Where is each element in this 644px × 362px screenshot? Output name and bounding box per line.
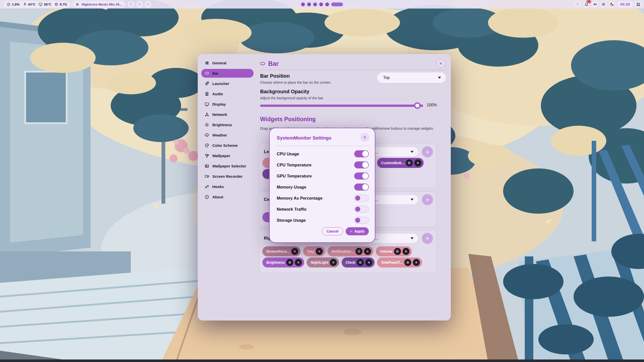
window-close-button[interactable]: × [436,59,445,68]
moon-off-icon [610,2,614,6]
toggle-label: CPU Usage [277,152,299,156]
clock-widget[interactable]: 00:28 [617,1,633,8]
sidebar-item-screen-recorder[interactable]: Screen Recorder [201,172,254,181]
widget-chip-label: Brightness [266,260,285,264]
remove-icon[interactable]: × [413,259,420,266]
workspace-indicator[interactable] [299,1,345,8]
widget-chip[interactable]: ScreenReco...× [262,246,301,256]
remove-icon[interactable]: × [316,248,323,255]
add-widget-button[interactable]: + [422,146,433,157]
quick-button[interactable] [136,1,143,8]
widget-chip[interactable]: CustomButt...⚙× [377,158,424,168]
quick-button[interactable] [128,1,134,8]
bar-position-dropdown[interactable]: Top [377,72,446,83]
toggle-row: Storage Usage [277,215,369,226]
sidebar-item-label: Brightness [212,123,232,127]
add-widget-button[interactable]: + [422,194,433,205]
sidebar-item-general[interactable]: General [201,59,254,67]
gear-icon[interactable]: ⚙ [355,248,363,255]
remove-icon[interactable]: × [403,248,410,255]
remove-icon[interactable]: × [291,248,298,255]
gear-icon[interactable]: ⚙ [286,259,293,266]
stat-item: 1.8% [7,2,20,6]
sidebar-item-label: General [212,61,226,65]
speaker-button[interactable] [592,1,598,8]
workspace-dot[interactable] [301,3,305,6]
sidebar-item-audio[interactable]: Audio [201,89,254,98]
toggle-switch[interactable] [354,206,369,213]
sidebar-item-about[interactable]: About [201,193,254,201]
widget-chip[interactable]: SidePanelT...⚙× [377,257,422,267]
check-icon: ✓ [350,229,353,233]
widget-chip[interactable]: Clock⚙× [342,257,375,267]
slider-knob[interactable] [414,102,421,109]
remove-icon[interactable]: × [365,259,372,266]
workspace-dot[interactable] [313,3,317,6]
skull-icon [129,2,133,6]
sidebar-item-label: Bar [212,71,219,75]
sidebar-item-display[interactable]: Display [201,100,254,109]
widget-chip[interactable]: Tray× [303,246,325,256]
dialog-divider [276,146,369,146]
top-bar-left: 1.8%43°C38°C9.7G Nightcore Music Mix 20.… [4,0,151,9]
widget-chip-label: SidePanelT... [381,260,403,264]
background-opacity-label: Background Opacity [260,89,386,95]
systemmonitor-settings-dialog: SystemMonitor Settings × CPU UsageCPU Te… [269,128,375,243]
sun-button[interactable] [600,1,607,8]
gear-icon[interactable]: ⚙ [394,248,401,255]
toggle-switch[interactable] [354,184,369,191]
workspace-dot[interactable] [307,3,311,6]
sidebar-item-network[interactable]: Network [201,110,254,119]
sidebar-item-brightness[interactable]: Brightness [201,120,254,129]
gauge-icon [7,2,11,6]
widget-chip[interactable]: Notification...⚙× [328,246,373,256]
system-stats-widget[interactable]: 1.8%43°C38°C9.7G [4,1,70,8]
widget-chip[interactable]: Brightness⚙× [262,257,304,267]
dialog-close-button[interactable]: × [360,133,369,142]
sidebar-item-weather[interactable]: Weather [201,131,254,140]
page-title: Bar [268,60,279,67]
toggle-knob [362,162,368,168]
tray-app-button[interactable] [575,1,581,8]
media-widget[interactable]: Nightcore Music Mix 20... [72,1,125,8]
cancel-button[interactable]: Cancel [322,227,343,235]
quick-button[interactable] [145,1,151,8]
apps-button[interactable] [635,1,641,8]
slider-track[interactable] [260,105,423,107]
sidebar-item-hooks[interactable]: Hooks [201,182,254,191]
workspace-dot[interactable] [319,3,323,6]
gear-icon[interactable]: ⚙ [357,259,364,266]
widget-chip[interactable]: Volume⚙× [376,246,412,256]
sidebar-item-wallpaper[interactable]: Wallpaper [201,151,254,160]
monitor-icon [205,102,209,107]
remove-icon[interactable]: × [295,259,302,266]
add-widget-button[interactable]: + [422,233,433,244]
toggle-knob [355,207,360,212]
remove-icon[interactable]: × [330,259,337,266]
toggle-switch[interactable] [354,161,369,168]
toggle-knob [355,218,360,223]
bell-button[interactable]: 10 [583,1,590,8]
moon-off-button[interactable] [609,1,615,8]
toggle-switch[interactable] [354,217,369,224]
sidebar-item-color-scheme[interactable]: Color Scheme [201,141,254,150]
sidebar-item-bar[interactable]: Bar [201,69,254,78]
widget-chip[interactable]: NightLight× [307,257,339,267]
toggle-switch[interactable] [354,172,369,179]
gear-icon[interactable]: ⚙ [404,259,411,266]
workspace-dot[interactable] [325,3,329,6]
sidebar-item-launcher[interactable]: Launcher [201,79,254,88]
sidebar-item-label: Weather [212,133,227,137]
remove-icon[interactable]: × [414,159,421,166]
toggle-switch[interactable] [354,150,369,157]
gear-icon[interactable]: ⚙ [406,159,413,166]
clock-text: 00:28 [620,2,630,6]
remove-icon[interactable]: × [364,248,371,255]
toggle-knob [355,196,360,201]
stat-item: 9.7G [54,2,67,6]
background-opacity-description: Adjust the background opacity of the bar… [260,96,386,100]
sidebar-item-wallpaper-selector[interactable]: Wallpaper Selector [201,162,254,170]
workspace-active[interactable] [331,3,343,6]
apply-button[interactable]: ✓ Apply [346,227,369,235]
toggle-switch[interactable] [354,195,369,202]
